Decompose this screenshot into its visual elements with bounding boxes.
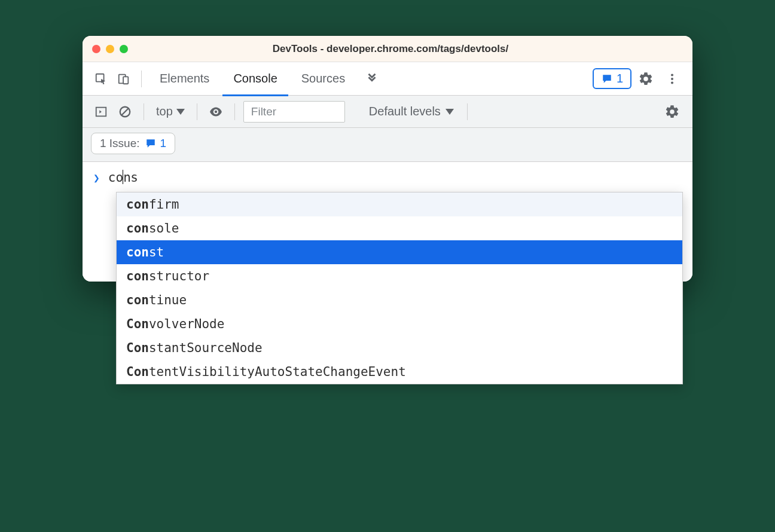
live-expression-icon[interactable] <box>206 102 226 122</box>
console-sidebar-toggle-icon[interactable] <box>91 102 111 122</box>
autocomplete-item[interactable]: ConvolverNode <box>117 312 682 336</box>
tab-sources[interactable]: Sources <box>291 62 356 96</box>
issues-count: 1 <box>160 137 167 150</box>
settings-icon[interactable] <box>634 67 658 91</box>
autocomplete-dropdown: confirmconsoleconstconstructorcontinueCo… <box>116 192 683 384</box>
prompt-chevron-icon: ❯ <box>93 172 100 184</box>
divider <box>467 103 468 120</box>
issues-badge[interactable]: 1 <box>593 68 631 89</box>
chat-icon <box>145 138 157 149</box>
autocomplete-item[interactable]: continue <box>117 288 682 312</box>
window-title: DevTools - developer.chrome.com/tags/dev… <box>98 43 683 55</box>
divider <box>234 103 235 120</box>
autocomplete-item[interactable]: confirm <box>117 192 682 216</box>
console-input-text[interactable]: cons <box>108 170 138 185</box>
console-settings-icon[interactable] <box>660 100 684 124</box>
chat-icon <box>601 74 613 84</box>
console-toolbar: top Default levels <box>83 96 692 128</box>
tab-label: Sources <box>301 72 345 85</box>
tab-console[interactable]: Console <box>222 62 288 96</box>
svg-point-3 <box>671 74 673 76</box>
console-prompt[interactable]: ❯ cons <box>83 162 692 190</box>
issues-row: 1 Issue: 1 <box>83 128 692 162</box>
levels-label: Default levels <box>369 105 441 118</box>
divider <box>197 103 197 120</box>
svg-point-5 <box>671 81 673 84</box>
issues-label: 1 Issue: <box>100 137 140 150</box>
autocomplete-item[interactable]: console <box>117 216 682 240</box>
issues-pill[interactable]: 1 Issue: 1 <box>91 133 175 154</box>
text-cursor <box>123 170 124 184</box>
clear-console-icon[interactable] <box>115 102 135 122</box>
filter-input[interactable] <box>243 101 345 123</box>
svg-point-4 <box>671 77 673 80</box>
titlebar: DevTools - developer.chrome.com/tags/dev… <box>83 36 692 62</box>
kebab-menu-icon[interactable] <box>660 67 684 91</box>
chevron-down-icon <box>176 109 185 115</box>
context-label: top <box>156 105 173 118</box>
tab-elements[interactable]: Elements <box>149 62 220 96</box>
autocomplete-item[interactable]: ConstantSourceNode <box>117 336 682 360</box>
execution-context-selector[interactable]: top <box>152 105 188 118</box>
console-area: ❯ cons confirmconsoleconstconstructorcon… <box>83 162 692 282</box>
chevron-down-icon <box>446 109 454 115</box>
svg-rect-2 <box>123 77 128 84</box>
inspect-element-icon[interactable] <box>91 69 111 89</box>
svg-line-8 <box>122 108 129 115</box>
autocomplete-item[interactable]: const <box>117 240 682 264</box>
main-tabs-row: Elements Console Sources 1 <box>83 62 692 96</box>
tabs-overflow-icon[interactable] <box>358 72 386 85</box>
tab-label: Elements <box>160 72 209 85</box>
issues-count: 1 <box>617 72 623 85</box>
log-levels-selector[interactable]: Default levels <box>364 105 459 118</box>
divider <box>141 71 142 87</box>
device-toolbar-icon[interactable] <box>114 69 134 89</box>
autocomplete-item[interactable]: constructor <box>117 264 682 288</box>
tab-label: Console <box>233 72 277 85</box>
divider <box>144 103 144 120</box>
autocomplete-item[interactable]: ContentVisibilityAutoStateChangeEvent <box>117 360 682 384</box>
devtools-window: DevTools - developer.chrome.com/tags/dev… <box>83 36 692 282</box>
